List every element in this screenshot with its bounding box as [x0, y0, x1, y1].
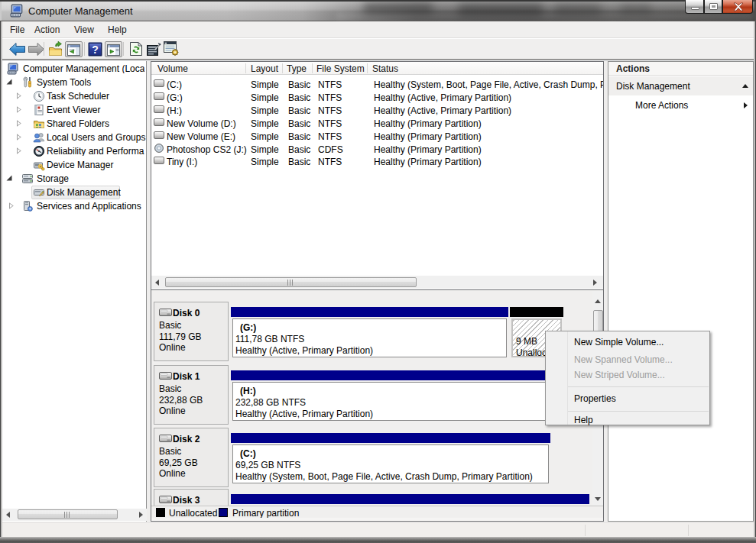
svg-text:?: ?	[92, 44, 99, 56]
